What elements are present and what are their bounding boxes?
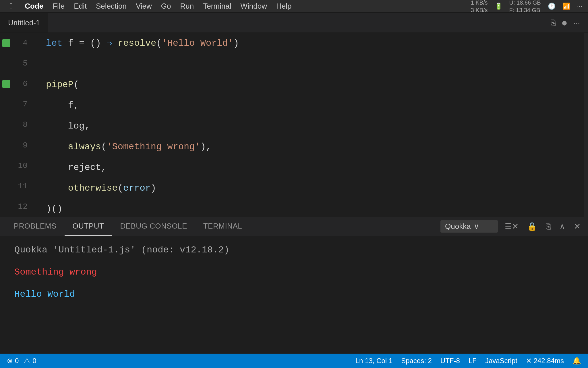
menu-go[interactable]: Go <box>157 1 175 12</box>
paren-close: ) <box>233 38 239 49</box>
quokka-time[interactable]: ✕ 242.84ms <box>526 357 564 365</box>
line-8-gutter: 8 <box>0 114 37 135</box>
line-number-7: 7 <box>10 100 33 109</box>
line-number-9: 9 <box>10 141 33 150</box>
code-line-12: )() <box>46 198 588 217</box>
line-11-gutter: 11 <box>0 176 37 196</box>
encoding[interactable]: UTF-8 <box>440 357 460 365</box>
line-10-gutter: 10 <box>0 156 37 176</box>
line-number-11: 11 <box>10 182 33 191</box>
code-line-4: let f = () ⇒ resolve ( 'Hello World' ) <box>46 33 588 53</box>
panel-tab-bar: PROBLEMS OUTPUT DEBUG CONSOLE TERMINAL Q… <box>0 217 588 236</box>
output-source-dropdown[interactable]: Quokka ∨ <box>440 220 498 233</box>
paren-open-6: ( <box>74 79 79 90</box>
fn-pipep: pipeP <box>46 79 74 90</box>
line-4-gutter: 4 <box>0 33 37 53</box>
menu-selection[interactable]: Selection <box>92 1 131 12</box>
lock-icon[interactable]: 🔒 <box>525 220 539 233</box>
menu-view[interactable]: View <box>132 1 156 12</box>
line-12-gutter: 12 <box>0 196 37 217</box>
code-line-10: reject, <box>46 157 588 178</box>
indentation[interactable]: Spaces: 2 <box>401 357 432 365</box>
code-line-8: log, <box>46 116 588 136</box>
battery-icon: 🔋 <box>495 3 502 10</box>
cursor-position[interactable]: Ln 13, Col 1 <box>355 357 392 365</box>
error-icon: ⊗ <box>7 357 13 365</box>
line-ending[interactable]: LF <box>469 357 477 365</box>
menu-terminal[interactable]: Terminal <box>199 1 235 12</box>
paren-open-9: ( <box>101 141 107 152</box>
menu-window[interactable]: Window <box>236 1 271 12</box>
error-count[interactable]: ⊗ 0 ⚠ 0 <box>7 357 36 365</box>
editor-main: 4 5 6 7 <box>0 33 588 354</box>
collapse-icon[interactable]: ∧ <box>558 220 567 233</box>
tab-problems[interactable]: PROBLEMS <box>6 217 65 236</box>
tab-debug-console[interactable]: DEBUG CONSOLE <box>112 217 195 236</box>
breakpoint-4 <box>2 39 10 47</box>
panel-tab-actions: Quokka ∨ ☰✕ 🔒 ⎘ ∧ ✕ <box>440 220 582 233</box>
fn-otherwise: otherwise <box>68 183 118 193</box>
line-number-4: 4 <box>10 39 33 47</box>
code-line-11: otherwise ( error ) <box>46 178 588 198</box>
menu-file[interactable]: File <box>49 1 69 12</box>
split-editor-icon[interactable]: ⎘ <box>551 18 556 27</box>
output-spacer-1 <box>14 255 574 267</box>
paren-close-11: ) <box>151 183 156 193</box>
panel-output: Quokka 'Untitled-1.js' (node: v12.18.2) … <box>0 236 588 354</box>
code-line-6: pipeP ( <box>46 74 588 95</box>
menu-help[interactable]: Help <box>272 1 295 12</box>
dropdown-value: Quokka <box>445 222 471 231</box>
clear-output-icon[interactable]: ☰✕ <box>503 220 520 233</box>
menu-bar:  Code File Edit Selection View Go Run T… <box>0 0 588 13</box>
wifi-icon: 📶 <box>562 3 570 10</box>
line-number-6: 6 <box>10 79 33 88</box>
indent-log: log, <box>46 121 90 131</box>
line-7-gutter: 7 <box>0 94 37 114</box>
network-speed: 1 KB/s3 KB/s <box>471 0 488 14</box>
warning-icon: ⚠ <box>24 357 30 365</box>
chevron-down-icon: ∨ <box>474 222 479 231</box>
close-9: ), <box>200 141 211 152</box>
editor-tab-untitled[interactable]: Untitled-1 <box>0 13 48 32</box>
var-f: f <box>68 38 79 49</box>
more-icon: ··· <box>577 3 582 10</box>
kw-let: let <box>46 38 68 49</box>
line-9-gutter: 9 <box>0 135 37 156</box>
tab-terminal[interactable]: TERMINAL <box>195 217 250 236</box>
tab-bar-icons: ⎘ ● ··· <box>551 17 588 29</box>
code-line-5 <box>46 53 588 74</box>
indent-11 <box>46 183 68 193</box>
code-line-9: always ( 'Something wrong' ), <box>46 136 588 157</box>
line-6-gutter: 6 <box>0 74 37 94</box>
line-5-gutter: 5 <box>0 53 37 74</box>
apple-menu[interactable]:  <box>6 1 17 12</box>
panel: PROBLEMS OUTPUT DEBUG CONSOLE TERMINAL Q… <box>0 217 588 354</box>
copy-icon[interactable]: ⎘ <box>544 220 552 233</box>
paren-open-11: ( <box>118 183 123 193</box>
error-count-value: 0 <box>15 357 19 365</box>
param-error: error <box>123 183 151 193</box>
output-line-1: Quokka 'Untitled-1.js' (node: v12.18.2) <box>14 245 574 255</box>
arrow-op: ⇒ <box>107 37 117 49</box>
menu-code[interactable]: Code <box>21 1 47 12</box>
more-actions-icon[interactable]: ··· <box>573 18 580 27</box>
menu-run[interactable]: Run <box>176 1 198 12</box>
editor-scrollbar[interactable] <box>584 33 588 217</box>
code-editor[interactable]: 4 5 6 7 <box>0 33 588 217</box>
line-number-5: 5 <box>10 59 33 68</box>
warning-count-value: 0 <box>32 357 36 365</box>
tab-output[interactable]: OUTPUT <box>65 217 112 236</box>
line-number-12: 12 <box>10 202 33 211</box>
notification-icon[interactable]: 🔔 <box>572 357 581 365</box>
menu-edit[interactable]: Edit <box>70 1 91 12</box>
indent-9 <box>46 141 68 152</box>
tab-label: Untitled-1 <box>8 18 40 27</box>
code-lines[interactable]: let f = () ⇒ resolve ( 'Hello World' ) p… <box>37 33 588 217</box>
output-line-3: Hello World <box>14 289 574 300</box>
paren-open: ( <box>156 38 162 49</box>
language-mode[interactable]: JavaScript <box>485 357 517 365</box>
close-panel-icon[interactable]: ✕ <box>572 220 582 233</box>
output-spacer-2 <box>14 277 574 289</box>
line-number-8: 8 <box>10 120 33 129</box>
tab-bar: Untitled-1 ⎘ ● ··· <box>0 13 588 33</box>
